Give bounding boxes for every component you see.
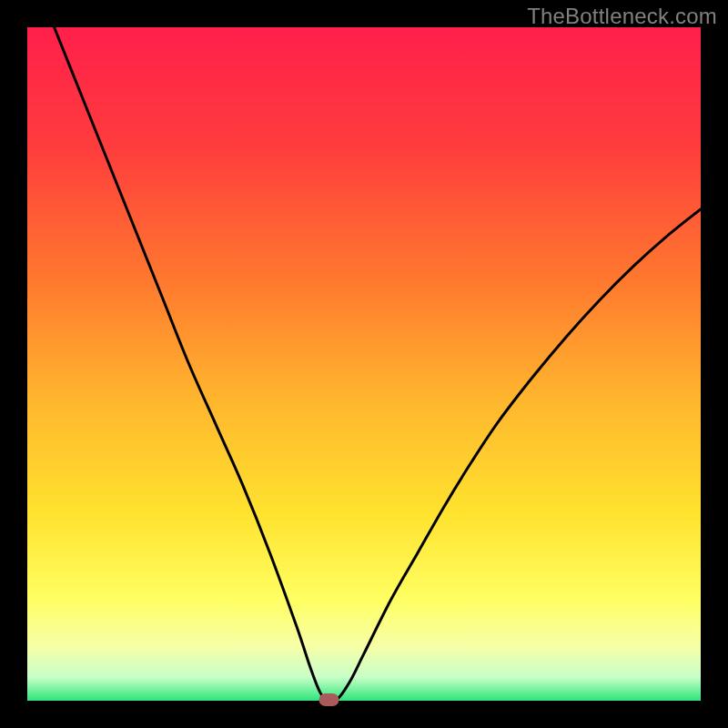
watermark-text: TheBottleneck.com: [527, 4, 717, 29]
plot-background: [27, 27, 701, 701]
optimum-marker: [319, 693, 339, 706]
chart-canvas: [0, 0, 728, 728]
bottleneck-chart: TheBottleneck.com: [0, 0, 728, 728]
